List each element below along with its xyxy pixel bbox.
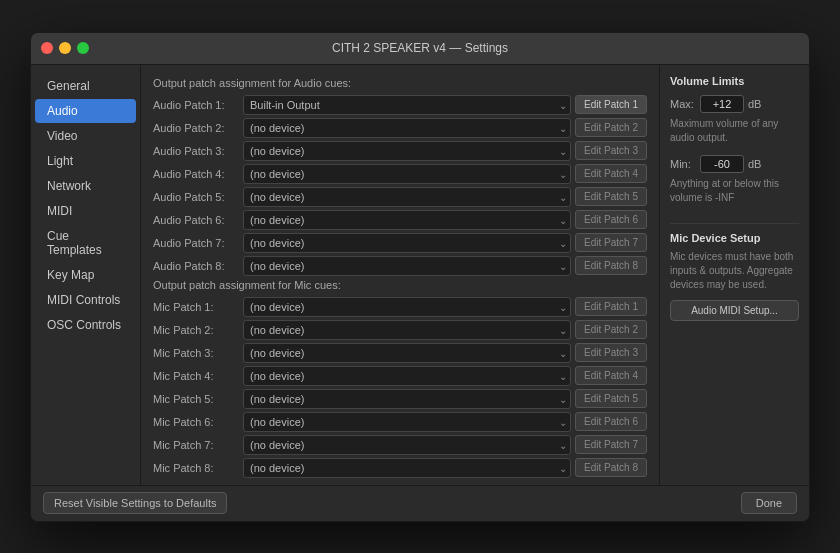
mic-patch-select-4[interactable]: (no device)	[243, 366, 571, 386]
max-desc: Maximum volume of any audio output.	[670, 117, 799, 145]
sidebar-item-cue-templates[interactable]: Cue Templates	[35, 224, 136, 262]
mic-edit-button-4[interactable]: Edit Patch 4	[575, 366, 647, 385]
traffic-lights	[41, 42, 89, 54]
mic-edit-button-1[interactable]: Edit Patch 1	[575, 297, 647, 316]
audio-edit-button-5[interactable]: Edit Patch 5	[575, 187, 647, 206]
audio-edit-button-1[interactable]: Edit Patch 1	[575, 95, 647, 114]
audio-patch-select-wrapper-7: (no device)⌄	[243, 233, 571, 253]
maximize-button[interactable]	[77, 42, 89, 54]
min-label: Min:	[670, 158, 700, 170]
audio-patch-select-1[interactable]: Built-in Output	[243, 95, 571, 115]
sidebar-item-network[interactable]: Network	[35, 174, 136, 198]
mic-edit-button-8[interactable]: Edit Patch 8	[575, 458, 647, 477]
mic-patch-row-1: Mic Patch 1:(no device)⌄Edit Patch 1	[153, 297, 647, 317]
audio-edit-button-6[interactable]: Edit Patch 6	[575, 210, 647, 229]
mic-patch-select-8[interactable]: (no device)	[243, 458, 571, 478]
mic-patch-select-1[interactable]: (no device)	[243, 297, 571, 317]
min-value[interactable]: -60	[700, 155, 744, 173]
audio-edit-button-4[interactable]: Edit Patch 4	[575, 164, 647, 183]
audio-patch-select-8[interactable]: (no device)	[243, 256, 571, 276]
main-content: Output patch assignment for Audio cues: …	[141, 65, 659, 485]
audio-edit-button-3[interactable]: Edit Patch 3	[575, 141, 647, 160]
mic-patch-select-wrapper-2: (no device)⌄	[243, 320, 571, 340]
mic-patch-select-7[interactable]: (no device)	[243, 435, 571, 455]
mic-patch-label-5: Mic Patch 5:	[153, 393, 243, 405]
mic-patch-select-wrapper-6: (no device)⌄	[243, 412, 571, 432]
sidebar-item-midi[interactable]: MIDI	[35, 199, 136, 223]
audio-patch-row-2: Audio Patch 2:(no device)⌄Edit Patch 2	[153, 118, 647, 138]
mic-device-desc: Mic devices must have both inputs & outp…	[670, 250, 799, 292]
audio-patch-select-3[interactable]: (no device)	[243, 141, 571, 161]
audio-section-title: Output patch assignment for Audio cues:	[153, 77, 647, 89]
mic-patch-row-6: Mic Patch 6:(no device)⌄Edit Patch 6	[153, 412, 647, 432]
mic-edit-button-2[interactable]: Edit Patch 2	[575, 320, 647, 339]
minimize-button[interactable]	[59, 42, 71, 54]
done-button[interactable]: Done	[741, 492, 797, 514]
audio-patch-label-1: Audio Patch 1:	[153, 99, 243, 111]
volume-limits-title: Volume Limits	[670, 75, 799, 87]
mic-patch-row-2: Mic Patch 2:(no device)⌄Edit Patch 2	[153, 320, 647, 340]
audio-midi-setup-button[interactable]: Audio MIDI Setup...	[670, 300, 799, 321]
sidebar-item-video[interactable]: Video	[35, 124, 136, 148]
mic-patch-select-6[interactable]: (no device)	[243, 412, 571, 432]
audio-patch-label-6: Audio Patch 6:	[153, 214, 243, 226]
sidebar-item-osc-controls[interactable]: OSC Controls	[35, 313, 136, 337]
sidebar-item-light[interactable]: Light	[35, 149, 136, 173]
mic-patch-label-6: Mic Patch 6:	[153, 416, 243, 428]
max-unit: dB	[748, 98, 761, 110]
footer: Reset Visible Settings to Defaults Done	[31, 485, 809, 521]
audio-edit-button-7[interactable]: Edit Patch 7	[575, 233, 647, 252]
sidebar-item-midi-controls[interactable]: MIDI Controls	[35, 288, 136, 312]
sidebar-item-audio[interactable]: Audio	[35, 99, 136, 123]
mic-patch-select-5[interactable]: (no device)	[243, 389, 571, 409]
mic-patch-select-wrapper-4: (no device)⌄	[243, 366, 571, 386]
sidebar: GeneralAudioVideoLightNetworkMIDICue Tem…	[31, 65, 141, 485]
content-area: GeneralAudioVideoLightNetworkMIDICue Tem…	[31, 65, 809, 485]
audio-patch-select-wrapper-5: (no device)⌄	[243, 187, 571, 207]
mic-patch-row-8: Mic Patch 8:(no device)⌄Edit Patch 8	[153, 458, 647, 478]
max-value[interactable]: +12	[700, 95, 744, 113]
mic-patch-label-2: Mic Patch 2:	[153, 324, 243, 336]
audio-patch-row-4: Audio Patch 4:(no device)⌄Edit Patch 4	[153, 164, 647, 184]
close-button[interactable]	[41, 42, 53, 54]
audio-edit-button-8[interactable]: Edit Patch 8	[575, 256, 647, 275]
audio-patch-select-wrapper-8: (no device)⌄	[243, 256, 571, 276]
right-panel: Volume Limits Max: +12 dB Maximum volume…	[659, 65, 809, 485]
sidebar-item-key-map[interactable]: Key Map	[35, 263, 136, 287]
audio-edit-button-2[interactable]: Edit Patch 2	[575, 118, 647, 137]
audio-patch-select-7[interactable]: (no device)	[243, 233, 571, 253]
mic-device-title: Mic Device Setup	[670, 232, 799, 244]
mic-patch-row-7: Mic Patch 7:(no device)⌄Edit Patch 7	[153, 435, 647, 455]
audio-patch-select-4[interactable]: (no device)	[243, 164, 571, 184]
mic-patch-row-4: Mic Patch 4:(no device)⌄Edit Patch 4	[153, 366, 647, 386]
max-label: Max:	[670, 98, 700, 110]
audio-patch-row-8: Audio Patch 8:(no device)⌄Edit Patch 8	[153, 256, 647, 276]
audio-patch-row-5: Audio Patch 5:(no device)⌄Edit Patch 5	[153, 187, 647, 207]
audio-patch-select-5[interactable]: (no device)	[243, 187, 571, 207]
audio-patch-select-2[interactable]: (no device)	[243, 118, 571, 138]
audio-patch-row-3: Audio Patch 3:(no device)⌄Edit Patch 3	[153, 141, 647, 161]
min-unit: dB	[748, 158, 761, 170]
sidebar-item-general[interactable]: General	[35, 74, 136, 98]
mic-edit-button-3[interactable]: Edit Patch 3	[575, 343, 647, 362]
mic-section-title: Output patch assignment for Mic cues:	[153, 279, 647, 291]
mic-patch-select-wrapper-3: (no device)⌄	[243, 343, 571, 363]
mic-patch-select-2[interactable]: (no device)	[243, 320, 571, 340]
audio-patch-select-6[interactable]: (no device)	[243, 210, 571, 230]
mic-patches-container: Mic Patch 1:(no device)⌄Edit Patch 1Mic …	[153, 297, 647, 481]
mic-patch-label-7: Mic Patch 7:	[153, 439, 243, 451]
audio-patch-label-4: Audio Patch 4:	[153, 168, 243, 180]
audio-patch-label-3: Audio Patch 3:	[153, 145, 243, 157]
mic-patch-row-5: Mic Patch 5:(no device)⌄Edit Patch 5	[153, 389, 647, 409]
mic-edit-button-6[interactable]: Edit Patch 6	[575, 412, 647, 431]
mic-patch-label-8: Mic Patch 8:	[153, 462, 243, 474]
audio-patch-row-7: Audio Patch 7:(no device)⌄Edit Patch 7	[153, 233, 647, 253]
audio-patch-select-wrapper-2: (no device)⌄	[243, 118, 571, 138]
mic-patch-select-3[interactable]: (no device)	[243, 343, 571, 363]
mic-edit-button-5[interactable]: Edit Patch 5	[575, 389, 647, 408]
mic-patch-select-wrapper-1: (no device)⌄	[243, 297, 571, 317]
min-volume-row: Min: -60 dB	[670, 155, 799, 173]
reset-button[interactable]: Reset Visible Settings to Defaults	[43, 492, 227, 514]
max-volume-row: Max: +12 dB	[670, 95, 799, 113]
mic-edit-button-7[interactable]: Edit Patch 7	[575, 435, 647, 454]
